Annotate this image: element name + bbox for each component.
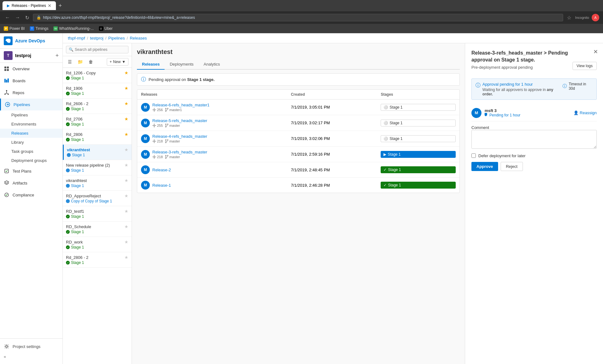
star-filled-icon[interactable]: ★ bbox=[124, 101, 128, 106]
sidebar-item-overview[interactable]: Overview bbox=[0, 63, 62, 75]
sidebar-sub-environments[interactable]: Environments bbox=[0, 120, 62, 129]
sidebar-item-repos[interactable]: Repos bbox=[0, 87, 62, 99]
pipeline-item[interactable]: Rd_2806 ★ ✓ Stage 1 bbox=[63, 129, 132, 145]
release-link[interactable]: Release-3-refs_heads_master bbox=[152, 150, 207, 154]
star-empty-icon[interactable]: ★ bbox=[124, 147, 128, 152]
sidebar-sub-library[interactable]: Library bbox=[0, 138, 62, 147]
breadcrumb-project[interactable]: testproj bbox=[90, 36, 104, 40]
search-input[interactable] bbox=[75, 47, 126, 52]
release-link[interactable]: Release-5-refs_heads_master bbox=[152, 118, 207, 123]
sidebar-item-artifacts[interactable]: Artifacts bbox=[0, 177, 62, 189]
pipeline-item[interactable]: RD_work ★ ✓ Stage 1 bbox=[63, 237, 132, 252]
stage-badge-outline[interactable]: ⚪ Stage 1 bbox=[381, 135, 456, 142]
stage-badge-green[interactable]: ✓ Stage 1 bbox=[381, 182, 456, 189]
star-empty-icon[interactable]: ★ bbox=[124, 255, 128, 260]
profile-avatar[interactable]: A bbox=[592, 14, 599, 21]
branch-name: master bbox=[165, 155, 180, 159]
col-stages: Stages bbox=[381, 92, 456, 97]
add-project-icon[interactable]: + bbox=[55, 52, 59, 59]
sidebar-item-boards[interactable]: Boards bbox=[0, 75, 62, 87]
pipeline-item[interactable]: New release pipeline (2) ★ ⓘ Stage 1 bbox=[63, 160, 132, 175]
pipeline-item[interactable]: RD_ApproveReject ★ ⓘ Copy of Copy of Sta… bbox=[63, 191, 132, 206]
address-bar[interactable]: 🔒 https://dev.azure.com/tfspf-rmpf/testp… bbox=[33, 14, 563, 21]
star-empty-icon[interactable]: ★ bbox=[124, 163, 128, 168]
created-date: 7/1/2019, 2:48:45 PM bbox=[291, 168, 381, 172]
reject-button[interactable]: Reject bbox=[501, 162, 523, 171]
reassign-btn[interactable]: 👤 Reassign bbox=[573, 110, 597, 115]
sidebar-sub-task-groups[interactable]: Task groups bbox=[0, 147, 62, 156]
stage-badge-green[interactable]: ✓ Stage 1 bbox=[381, 166, 456, 173]
forward-button[interactable]: → bbox=[14, 13, 21, 22]
star-empty-icon[interactable]: ★ bbox=[124, 193, 128, 198]
breadcrumb-pipelines[interactable]: Pipelines bbox=[108, 36, 125, 40]
pipeline-item[interactable]: RD_testf1 ★ ✓ Stage 1 bbox=[63, 206, 132, 222]
release-link[interactable]: Release-4-refs_heads_master bbox=[152, 134, 207, 139]
star-icon[interactable]: ☆ bbox=[566, 13, 573, 22]
star-filled-icon[interactable]: ★ bbox=[124, 116, 128, 121]
folder-view-btn[interactable]: 📁 bbox=[76, 58, 85, 66]
release-link[interactable]: Release-6-refs_heads_master1 bbox=[152, 103, 209, 107]
stage-circle-icon: ⚪ bbox=[383, 121, 388, 125]
browser-tab[interactable]: ▶ Releases - Pipelines ✕ bbox=[3, 1, 56, 10]
stage-badge-outline[interactable]: ⚪ Stage 1 bbox=[381, 120, 456, 126]
star-filled-icon[interactable]: ★ bbox=[124, 70, 128, 75]
new-tab-icon[interactable]: + bbox=[58, 3, 62, 9]
reload-button[interactable]: ↻ bbox=[24, 13, 30, 22]
view-logs-btn[interactable]: View logs bbox=[573, 62, 597, 70]
pipeline-item[interactable]: Rd_2806 - 2 ★ ✓ Stage 1 bbox=[63, 252, 132, 268]
bookmark-timings[interactable]: T Timings bbox=[30, 26, 49, 31]
project-settings-item[interactable]: Project settings bbox=[0, 341, 62, 352]
defer-checkbox[interactable] bbox=[471, 153, 476, 158]
tab-deployments[interactable]: Deployments bbox=[165, 59, 198, 70]
stage-badge-blue[interactable]: ▶ Stage 1 bbox=[381, 151, 456, 158]
sidebar-sub-releases[interactable]: Releases bbox=[0, 129, 62, 138]
sidebar-item-test-plans[interactable]: Test Plans bbox=[0, 165, 62, 177]
star-empty-icon[interactable]: ★ bbox=[124, 224, 128, 229]
bookmark-whatwasrunning[interactable]: W WhatWasRunning-... bbox=[53, 26, 94, 31]
approve-button[interactable]: Approve bbox=[471, 162, 498, 171]
sidebar-sub-deployment-groups[interactable]: Deployment groups bbox=[0, 156, 62, 165]
sidebar-item-compliance[interactable]: Compliance bbox=[0, 189, 62, 201]
timeout-icon: ⓘ bbox=[562, 83, 567, 89]
tab-close-icon[interactable]: ✕ bbox=[48, 3, 52, 8]
bookmark-power-bi[interactable]: P Power BI bbox=[4, 26, 25, 31]
star-filled-icon[interactable]: ★ bbox=[124, 86, 128, 91]
bookmark-uber[interactable]: U Uber bbox=[99, 26, 113, 31]
comment-textarea[interactable] bbox=[471, 130, 597, 149]
pipeline-item[interactable]: Rd_2606 - 2 ★ ✓ Stage 1 bbox=[63, 99, 132, 114]
pipeline-item[interactable]: vikranthtest ★ ⓘ Stage 1 bbox=[63, 175, 132, 191]
star-empty-icon[interactable]: ★ bbox=[124, 178, 128, 183]
delete-btn[interactable]: 🗑 bbox=[87, 58, 95, 66]
star-empty-icon[interactable]: ★ bbox=[124, 209, 128, 214]
approver-row: M msft 3 ● Pending for 1 hour 👤 Reassign bbox=[471, 105, 597, 121]
star-empty-icon[interactable]: ★ bbox=[124, 239, 128, 244]
tab-analytics[interactable]: Analytics bbox=[198, 59, 225, 70]
svg-point-7 bbox=[6, 90, 7, 91]
collapse-sidebar-btn[interactable]: « bbox=[0, 352, 62, 361]
back-button[interactable]: ← bbox=[4, 13, 11, 22]
breadcrumb-releases[interactable]: Releases bbox=[130, 36, 147, 40]
close-panel-btn[interactable]: ✕ bbox=[593, 48, 598, 55]
pipeline-item[interactable]: Rd_1906 ★ ✓ Stage 1 bbox=[63, 83, 132, 99]
search-box[interactable]: 🔍 bbox=[66, 46, 128, 53]
new-pipeline-btn[interactable]: + New ▼ bbox=[107, 58, 128, 66]
release-info: Release-1 bbox=[152, 183, 171, 188]
defer-label[interactable]: Defer deployment for later bbox=[478, 153, 525, 158]
sidebar-sub-pipelines[interactable]: Pipelines bbox=[0, 110, 62, 120]
sidebar-item-pipelines[interactable]: Pipelines bbox=[0, 99, 62, 110]
pipeline-item[interactable]: Rd_1206 - Copy ★ ✓ Stage 1 bbox=[63, 68, 132, 83]
star-filled-icon[interactable]: ★ bbox=[124, 132, 128, 137]
commits-icon: 256 bbox=[152, 108, 163, 112]
chevron-down-icon[interactable]: ▼ bbox=[122, 60, 126, 64]
breadcrumb-org[interactable]: tfspf-rmpf bbox=[68, 36, 85, 40]
release-link[interactable]: Release-2 bbox=[152, 168, 171, 172]
tab-releases[interactable]: Releases bbox=[137, 59, 165, 70]
list-view-btn[interactable]: ☰ bbox=[66, 58, 74, 66]
table-row: M Release-3-refs_heads_master 218 bbox=[137, 147, 459, 162]
pipeline-item-active[interactable]: vikranthtest ★ ⓘ Stage 1 bbox=[63, 145, 132, 160]
pipeline-item[interactable]: Rd_2706 ★ ✓ Stage 1 bbox=[63, 114, 132, 129]
release-link[interactable]: Release-1 bbox=[152, 183, 171, 188]
pipeline-item[interactable]: RD_Schedule ★ ✓ Stage 1 bbox=[63, 222, 132, 237]
created-date: 7/1/2019, 2:46:28 PM bbox=[291, 183, 381, 188]
stage-badge-outline[interactable]: ⚪ Stage 1 bbox=[381, 104, 456, 111]
